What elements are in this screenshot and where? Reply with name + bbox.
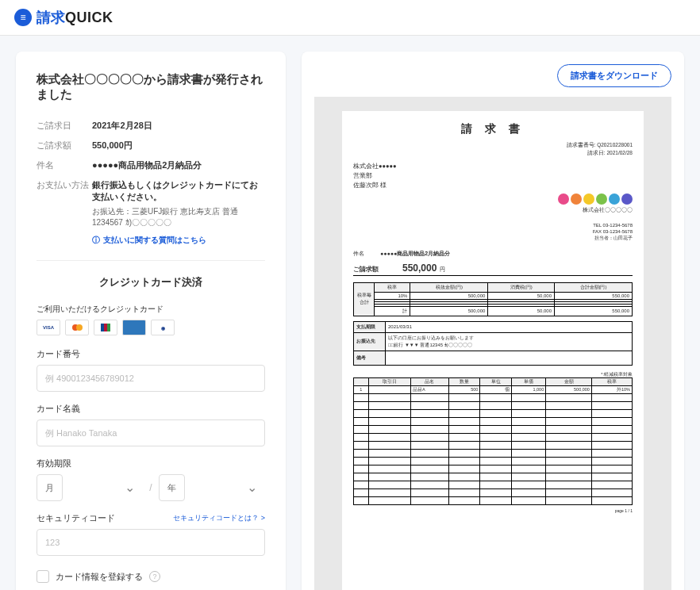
card-brand-icons: VISA ◉ [37,320,265,335]
value: 550,000円 [92,140,265,151]
expiry-label: 有効期限 [37,458,265,469]
logo-icon: ≡ [14,9,32,26]
save-card-checkbox[interactable] [37,570,49,583]
transfer-info: お振込先：三菱UFJ銀行 恵比寿支店 普通 1234567 ｶ)〇〇〇〇〇 [92,206,265,228]
visa-icon: VISA [37,320,60,335]
label: お支払い方法 [37,179,92,246]
card-number-label: カード番号 [37,348,265,360]
label: 件名 [37,159,92,171]
security-code-input[interactable] [37,529,265,556]
mastercard-icon [65,320,89,335]
panel-title: 株式会社〇〇〇〇〇から請求書が発行されました [37,72,265,102]
doc-title: 請 求 書 [353,122,633,136]
card-number-input[interactable] [37,365,265,392]
info-row-subject: 件名 ●●●●●商品用物品2月納品分 [37,159,265,171]
doc-sender: 株式会社〇〇〇〇〇 [353,193,633,214]
value: 2021年2月28日 [92,120,265,132]
download-invoice-button[interactable]: 請求書をダウンロード [557,64,671,87]
value: 銀行振込もしくはクレジットカードにてお支払いください。 お振込先：三菱UFJ銀行… [92,179,265,246]
question-icon: ⓘ [92,235,100,246]
app-header: ≡ 請求QUICK [0,0,700,36]
payment-info-table: 支払期限2021/03/31 お振込先以下の口座にお振り込みをお願いします□□銀… [353,321,633,366]
save-card-label: カード情報を登録する [56,571,143,583]
item-note: *:軽減税率対象 [353,372,633,377]
expiry-month-select[interactable]: 月 [37,474,63,501]
help-icon[interactable]: ? [149,571,160,582]
expiry-year-select[interactable]: 年 [159,474,185,501]
expiry-separator: / [149,482,152,493]
payment-panel: 株式会社〇〇〇〇〇から請求書が発行されました ご請求日 2021年2月28日 ご… [16,52,286,590]
logo-text: 請求QUICK [37,8,113,27]
security-code-help-link[interactable]: セキュリティコードとは？ > [173,513,265,523]
card-name-label: カード名義 [37,403,265,415]
doc-contact: TEL 03-1234-5678 FAX 03-1234-5678 担当者：山田… [353,222,633,242]
card-name-input[interactable] [37,420,265,446]
page-number: page 1 / 1 [353,508,633,513]
label: ご請求額 [37,140,92,151]
info-row-amount: ご請求額 550,000円 [37,140,265,151]
available-cards-label: ご利用いただけるクレジットカード [37,304,265,315]
divider [37,260,265,261]
label: ご請求日 [37,120,92,132]
info-row-method: お支払い方法 銀行振込もしくはクレジットカードにてお支払いください。 お振込先：… [37,179,265,246]
cc-heading: クレジットカード決済 [37,275,265,289]
invoice-preview-panel: 請求書をダウンロード 請 求 書 請求書番号: Q20210228001 請求日… [302,52,684,590]
doc-subject: 件名 ●●●●●商品用物品2月納品分 [353,250,633,258]
document-preview: 請 求 書 請求書番号: Q20210228001 請求日: 2021/02/2… [314,97,671,590]
tax-summary-table: 税率毎合計税率税抜金額(円)消費税(円)合計金額(円)10%500,00050,… [353,282,633,316]
doc-amount: ご請求額 550,000円 [353,261,633,276]
value: ●●●●●商品用物品2月納品分 [92,159,265,171]
payment-help-link[interactable]: ⓘ 支払いに関する質問はこちら [92,235,265,246]
diners-icon: ◉ [151,320,175,335]
jcb-icon [94,320,117,335]
doc-meta: 請求書番号: Q20210228001 請求日: 2021/02/28 [353,141,633,157]
amex-icon [122,320,146,335]
invoice-document: 請 求 書 請求書番号: Q20210228001 請求日: 2021/02/2… [342,111,644,590]
security-code-label: セキュリティコード [37,512,115,524]
doc-recipient: 株式会社●●●●● 営業部 佐藤次郎 様 [353,162,633,190]
info-row-date: ご請求日 2021年2月28日 [37,120,265,132]
line-items-table: 取引日品名数量単位単価金額税率1品目A500個1,000500,000外10% [353,377,633,505]
